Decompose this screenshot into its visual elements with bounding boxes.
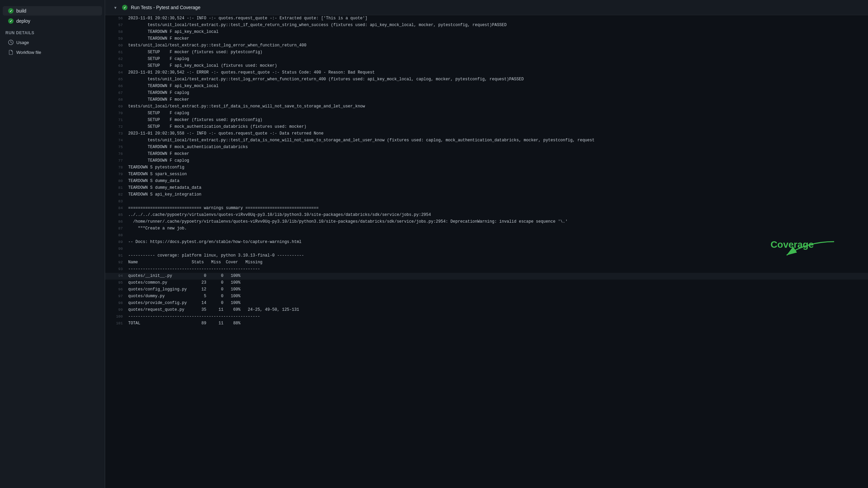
line-number: 81 [111,185,123,191]
log-line: 63 SETUP F api_key_mock_local (fixtures … [105,63,868,69]
log-text: quotes/provide_config.py 14 0 100% [128,300,863,306]
log-line: 99quotes/request_quote.py 35 11 69% 24-2… [105,307,868,313]
log-text: SETUP F mocker (fixtures used: pytestcon… [128,117,863,123]
log-line: 61 SETUP F mocker (fixtures used: pytest… [105,49,868,56]
line-number: 56 [111,15,123,22]
log-text: TEARDOWN F api_key_mock_local [128,29,863,35]
run-details-header: Run details [0,26,105,37]
line-number: 83 [111,198,123,205]
log-text: Name Stats Miss Cover Missing [128,259,863,266]
log-text: tests/unit_local/test_extract.py::test_l… [128,76,863,83]
job-label: build [16,8,26,14]
log-text: 2023-11-01 20:02:30,524 -:- INFO -:- quo… [128,15,863,22]
log-text: TEARDOWN S dummy_metadata_data [128,185,863,191]
line-number: 87 [111,225,123,232]
line-number: 94 [111,273,123,279]
line-number: 62 [111,56,123,62]
log-text: ----------- coverage: platform linux, py… [128,252,863,259]
line-number: 69 [111,103,123,110]
log-area[interactable]: 562023-11-01 20:02:30,524 -:- INFO -:- q… [105,15,868,488]
log-line: 57 tests/unit_local/test_extract.py::tes… [105,22,868,29]
log-text: quotes/dummy.py 5 0 100% [128,293,863,300]
log-text: TOTAL 89 11 88% [128,320,863,327]
log-line: 79TEARDOWN S spark_session [105,171,868,178]
log-line: 87 """Create a new job. [105,225,868,232]
log-line: 71 SETUP F mocker (fixtures used: pytest… [105,117,868,124]
line-number: 73 [111,130,123,137]
line-number: 82 [111,191,123,198]
sidebar-nav-usage[interactable]: Usage [3,38,102,47]
log-text: TEARDOWN F api_key_mock_local [128,83,863,89]
log-text: tests/unit_local/test_extract.py::test_l… [128,42,863,49]
line-number: 74 [111,137,123,144]
log-line: 80TEARDOWN S dummy_data [105,178,868,185]
line-number: 90 [111,246,123,252]
line-number: 100 [111,313,123,320]
log-text: SETUP F caplog [128,110,863,117]
log-line: 101TOTAL 89 11 88% [105,320,868,327]
line-number: 76 [111,151,123,157]
run-header: ▾ Run Tests - Pytest and Coverage [105,0,868,15]
line-number: 65 [111,76,123,83]
log-text: ----------------------------------------… [128,313,863,320]
log-line: 562023-11-01 20:02:30,524 -:- INFO -:- q… [105,15,868,22]
line-number: 64 [111,69,123,76]
log-text: /home/runner/.cache/pypoetry/virtualenvs… [128,219,863,225]
log-text: TEARDOWN F mocker [128,151,863,157]
log-line: 68 TEARDOWN F mocker [105,97,868,103]
nav-label: Usage [16,40,29,45]
log-line: 91----------- coverage: platform linux, … [105,252,868,259]
log-text: tests/unit_local/test_extract.py::test_i… [128,137,863,144]
sidebar-job-build[interactable]: build [3,6,102,16]
collapse-button[interactable]: ▾ [112,4,119,11]
log-text: TEARDOWN S pytestconfig [128,164,863,171]
log-line: 74 tests/unit_local/test_extract.py::tes… [105,137,868,144]
line-number: 68 [111,97,123,103]
sidebar-job-deploy[interactable]: deploy [3,16,102,26]
log-text: TEARDOWN F mocker [128,36,863,42]
log-text: ============================== warnings … [128,205,863,211]
main-content: ▾ Run Tests - Pytest and Coverage 562023… [105,0,868,488]
line-number: 72 [111,124,123,130]
line-number: 92 [111,259,123,266]
sidebar-nav-workflow-file[interactable]: Workflow file [3,47,102,57]
line-number: 85 [111,212,123,218]
log-line: 82TEARDOWN S api_key_integration [105,191,868,198]
log-text: tests/unit_local/test_extract.py::test_i… [128,22,863,28]
log-text: SETUP F mocker (fixtures used: pytestcon… [128,49,863,56]
log-line: 89-- Docs: https://docs.pytest.org/en/st… [105,239,868,246]
log-text: 2023-11-01 20:02:30,558 -:- INFO -:- quo… [128,130,863,137]
file-icon [8,49,14,55]
clock-icon [8,40,14,45]
log-text: SETUP F mock_authentication_databricks (… [128,124,863,130]
line-number: 95 [111,280,123,286]
log-line: 70 SETUP F caplog [105,110,868,117]
line-number: 71 [111,117,123,123]
log-line: 93--------------------------------------… [105,266,868,273]
log-line: 62 SETUP F caplog [105,56,868,63]
line-number: 57 [111,22,123,28]
line-number: 67 [111,90,123,96]
log-line: 97quotes/dummy.py 5 0 100% [105,293,868,300]
log-line: 85../../../.cache/pypoetry/virtualenvs/q… [105,212,868,219]
log-text: tests/unit_local/test_extract.py::test_i… [128,103,863,110]
log-line: 81TEARDOWN S dummy_metadata_data [105,185,868,191]
line-number: 80 [111,178,123,184]
log-line: 65 tests/unit_local/test_extract.py::tes… [105,76,868,83]
log-text: quotes/common.py 23 0 100% [128,280,863,286]
log-line: 76 TEARDOWN F mocker [105,151,868,158]
log-line: 90 [105,246,868,252]
job-status-icon [8,18,14,24]
log-line: 92Name Stats Miss Cover Missing [105,259,868,266]
log-text: ../../../.cache/pypoetry/virtualenvs/quo… [128,212,863,218]
log-text: TEARDOWN S api_key_integration [128,191,863,198]
log-text: ----------------------------------------… [128,266,863,272]
line-number: 58 [111,29,123,35]
log-text: -- Docs: https://docs.pytest.org/en/stab… [128,239,863,245]
log-text: quotes/request_quote.py 35 11 69% 24-25,… [128,307,863,313]
run-title: Run Tests - Pytest and Coverage [131,5,200,10]
line-number: 79 [111,171,123,178]
log-text: TEARDOWN S dummy_data [128,178,863,184]
sidebar: build deploy Run details Usage Workflow … [0,0,105,488]
job-label: deploy [16,18,30,24]
